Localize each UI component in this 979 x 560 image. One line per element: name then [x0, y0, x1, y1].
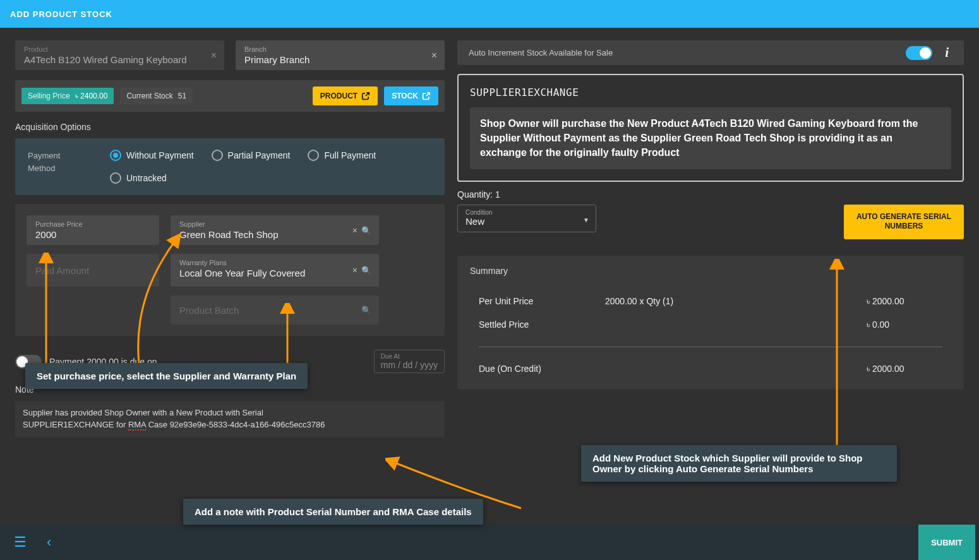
- close-icon[interactable]: ×: [352, 265, 357, 275]
- radio-icon: [110, 150, 121, 161]
- auto-increment-toggle[interactable]: [906, 46, 932, 60]
- selling-price-chip: Selling Price ৳ 2400.00: [21, 88, 114, 104]
- external-link-icon: [361, 92, 370, 100]
- product-batch-field[interactable]: Product Batch 🔍: [171, 295, 379, 325]
- search-icon[interactable]: 🔍: [361, 306, 371, 315]
- auto-increment-row: Auto Increment Stock Available for Sale …: [457, 40, 964, 65]
- page-title: ADD PRODUCT STOCK: [10, 9, 112, 19]
- search-icon[interactable]: 🔍: [361, 266, 371, 275]
- radio-icon: [110, 172, 121, 184]
- branch-field[interactable]: Branch Primary Branch ×: [236, 40, 445, 70]
- payment-method-panel: PaymentMethod Without Payment Partial Pa…: [15, 138, 445, 195]
- annotation-arrow: [278, 303, 297, 366]
- search-icon[interactable]: 🔍: [361, 225, 371, 235]
- annotation-tooltip-2: Add New Product Stock which Supplier wil…: [581, 445, 897, 482]
- product-value: A4Tech B120 Wired Gaming Keyboard: [24, 54, 215, 65]
- auto-generate-serial-button[interactable]: AUTO GENERATE SERIAL NUMBERS: [844, 205, 964, 239]
- bottom-bar: ☰ ‹ SUBMIT: [0, 525, 979, 560]
- radio-icon: [212, 150, 223, 161]
- annotation-tooltip-3: Add a note with Product Serial Number an…: [183, 499, 483, 525]
- acquisition-options-label: Acquisition Options: [15, 122, 445, 132]
- summary-panel: Summary Per Unit Price 2000.00 x Qty (1)…: [457, 256, 964, 390]
- branch-label: Branch: [244, 45, 436, 53]
- annotation-arrow: [126, 234, 189, 366]
- due-date-field[interactable]: Due At mm / dd / yyyy: [374, 350, 445, 373]
- radio-untracked[interactable]: Untracked: [110, 172, 167, 184]
- divider: [479, 347, 942, 347]
- close-icon[interactable]: ×: [431, 50, 437, 61]
- branch-value: Primary Branch: [244, 54, 436, 65]
- note-textarea[interactable]: Supplier has provided Shop Owner with a …: [15, 401, 445, 438]
- summary-title: Summary: [470, 266, 951, 276]
- product-label: Product: [24, 45, 215, 53]
- serial-title: SUPPLIER1EXCHANGE: [470, 86, 951, 98]
- close-icon[interactable]: ×: [352, 225, 357, 235]
- warranty-field[interactable]: Warranty Plans Local One Year Fully Cove…: [171, 254, 379, 287]
- current-stock-chip: Current Stock 51: [120, 88, 193, 104]
- info-icon[interactable]: i: [941, 45, 952, 60]
- radio-without-payment[interactable]: Without Payment: [110, 150, 194, 161]
- radio-icon: [308, 150, 319, 161]
- external-link-icon: [422, 92, 431, 100]
- chevron-down-icon: ▼: [583, 216, 589, 223]
- product-field[interactable]: Product A4Tech B120 Wired Gaming Keyboar…: [15, 40, 224, 70]
- radio-full-payment[interactable]: Full Payment: [308, 150, 376, 161]
- submit-button[interactable]: SUBMIT: [918, 525, 975, 560]
- serial-exchange-box: SUPPLIER1EXCHANGE Shop Owner will purcha…: [457, 74, 964, 182]
- annotation-arrow: [827, 259, 846, 448]
- acquisition-fields-panel: Purchase Price 2000 Supplier Green Road …: [15, 204, 445, 336]
- serial-description: Shop Owner will purchase the New Product…: [470, 107, 951, 169]
- stock-button[interactable]: STOCK: [384, 86, 438, 105]
- summary-row-settled: Settled Price ৳ 0.00: [479, 313, 942, 337]
- product-button[interactable]: PRODUCT: [313, 86, 378, 105]
- menu-icon[interactable]: ☰: [4, 534, 37, 551]
- metrics-bar: Selling Price ৳ 2400.00 Current Stock 51…: [15, 80, 445, 112]
- quantity-label: Quantity: 1: [457, 189, 964, 200]
- title-bar: ADD PRODUCT STOCK: [0, 0, 979, 28]
- summary-row-per-unit: Per Unit Price 2000.00 x Qty (1) ৳ 2000.…: [479, 290, 942, 313]
- back-icon[interactable]: ‹: [37, 534, 61, 551]
- condition-select[interactable]: Condition New ▼: [457, 205, 596, 232]
- annotation-tooltip-1: Set purchase price, select the Supplier …: [25, 363, 308, 389]
- payment-method-label: PaymentMethod: [28, 150, 97, 174]
- radio-partial-payment[interactable]: Partial Payment: [212, 150, 291, 161]
- auto-increment-label: Auto Increment Stock Available for Sale: [469, 48, 897, 57]
- summary-row-due: Due (On Credit) ৳ 2000.00: [479, 357, 942, 381]
- supplier-field[interactable]: Supplier Green Road Tech Shop × 🔍: [171, 215, 379, 245]
- annotation-arrow: [37, 253, 56, 366]
- close-icon[interactable]: ×: [211, 50, 217, 61]
